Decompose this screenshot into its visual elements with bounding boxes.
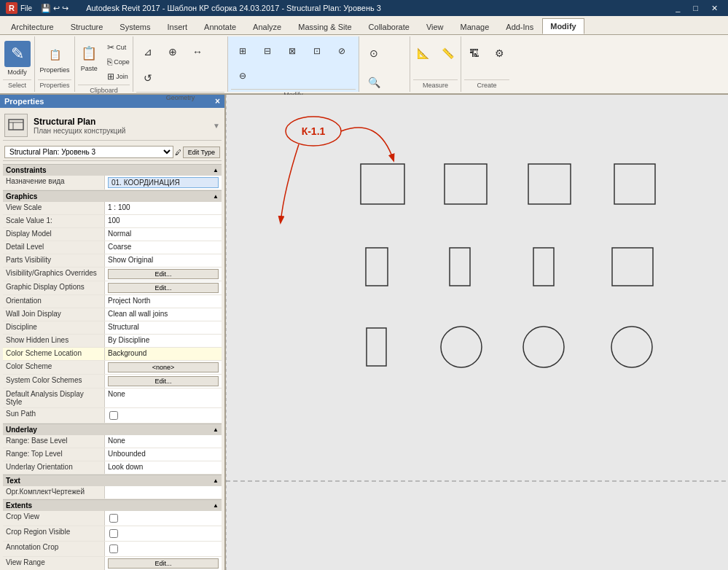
sun-path-checkbox[interactable] — [109, 411, 118, 420]
redo-icon[interactable]: ↪ — [62, 4, 69, 13]
annotation-crop-checkbox[interactable] — [109, 544, 118, 553]
geom-btn-1[interactable]: ⊿ — [136, 39, 160, 64]
section-text[interactable]: Text ▲ — [3, 475, 222, 486]
measure-btn-2[interactable]: 📏 — [437, 39, 460, 67]
cut-button[interactable]: ✂ Cut — [104, 41, 133, 54]
prop-value-1-6: Edit... — [105, 281, 222, 294]
graphic-display-edit-btn[interactable]: Edit... — [108, 283, 219, 293]
mod-btn-6[interactable]: ⊖ — [231, 64, 254, 87]
properties-button[interactable]: 📋 Properties — [36, 41, 73, 76]
tab-systems[interactable]: Systems — [111, 18, 158, 34]
group-select-label: Select — [3, 79, 31, 90]
view-selector[interactable]: Structural Plan: Уровень 3 — [4, 146, 173, 158]
element-type-subtitle: План несущих конструкций — [34, 127, 125, 135]
measure-icon-1: 📐 — [412, 42, 435, 65]
tab-architecture[interactable]: Architecture — [3, 18, 62, 34]
prop-label-1-3: Detail Level — [3, 241, 105, 254]
tab-annotate[interactable]: Annotate — [196, 18, 244, 34]
prop-row-1-4: Parts Visibility Show Original — [3, 254, 222, 268]
view-btn-1[interactable]: ⊙ — [362, 39, 385, 67]
tab-structure[interactable]: Structure — [63, 18, 111, 34]
tab-addins[interactable]: Add-Ins — [498, 18, 541, 34]
tab-insert[interactable]: Insert — [160, 18, 196, 34]
group-measure: 📐 📏 Measure — [410, 36, 461, 92]
tab-collaborate[interactable]: Collaborate — [361, 18, 418, 34]
paste-button[interactable]: 📋 Paste — [75, 39, 103, 74]
quick-access-icon[interactable]: 💾 — [41, 4, 51, 13]
sys-color-schemes-btn[interactable]: Edit... — [108, 376, 219, 386]
geom-btn-4[interactable]: ↺ — [136, 66, 160, 90]
prop-row-4-2: Annotation Crop — [3, 542, 222, 557]
mod-icon-4: ⊡ — [308, 42, 326, 60]
color-scheme-btn[interactable]: <none> — [108, 362, 219, 372]
prop-row-1-13: System Color Schemes Edit... — [3, 375, 222, 389]
mod-btn-1[interactable]: ⊞ — [231, 39, 254, 63]
tab-manage[interactable]: Manage — [453, 18, 498, 34]
tab-massing-site[interactable]: Massing & Site — [290, 18, 359, 34]
prop-value-1-9: Structural — [105, 321, 222, 334]
view-btn-2[interactable]: 🔍 — [362, 69, 385, 96]
section-text-label: Text — [6, 477, 20, 485]
panel-title: Properties — [4, 97, 44, 106]
copy-button[interactable]: ⎘ Cope — [104, 55, 133, 69]
section-graphics[interactable]: Graphics ▲ — [3, 190, 222, 202]
minimize-btn[interactable]: _ — [671, 4, 684, 13]
prop-label-1-5: Visibility/Graphics Overrides — [3, 268, 105, 281]
prop-value-1-8: Clean all wall joins — [105, 308, 222, 321]
view-range-btn[interactable]: Edit... — [108, 558, 219, 569]
maximize-btn[interactable]: □ — [689, 4, 702, 13]
edit-type-button[interactable]: Edit Type — [183, 147, 220, 158]
crop-view-checkbox[interactable] — [109, 514, 118, 523]
join-icon: ⊞ — [107, 71, 114, 82]
tab-modify[interactable]: Modify — [542, 18, 584, 34]
geom-btn-2[interactable]: ⊕ — [161, 39, 184, 64]
mod-btn-3[interactable]: ⊠ — [281, 39, 304, 63]
undo-icon[interactable]: ↩ — [53, 4, 60, 13]
vis-graphics-edit-btn[interactable]: Edit... — [108, 269, 219, 279]
group-view: ⊙ 🔍 View — [359, 36, 410, 92]
prop-value-1-10: By Discipline — [105, 335, 222, 347]
section-extents[interactable]: Extents ▲ — [3, 499, 222, 511]
drawing-canvas: К-1.1 — [226, 95, 728, 570]
prop-row-1-14: Default Analysis Display Style None — [3, 389, 222, 408]
group-create: 🏗 ⚙ Create — [461, 36, 512, 92]
create-btn-2[interactable]: ⚙ — [488, 39, 511, 67]
measure-btn-1[interactable]: 📐 — [412, 39, 435, 67]
tab-view[interactable]: View — [418, 18, 452, 34]
prop-row-2-2: Underlay Orientation Look down — [3, 461, 222, 475]
mod-btn-2[interactable]: ⊟ — [256, 39, 279, 63]
close-btn[interactable]: ✕ — [707, 4, 722, 13]
join-button[interactable]: ⊞ Join — [104, 70, 133, 83]
title-bar-menu-file[interactable]: File — [20, 4, 32, 12]
prop-value-0-0[interactable]: 01. КООРДИНАЦИЯ — [105, 176, 222, 190]
prop-value-3-0[interactable] — [105, 486, 222, 499]
prop-label-1-12: Color Scheme — [3, 361, 105, 374]
prop-value-1-15 — [105, 408, 222, 423]
section-underlay[interactable]: Underlay ▲ — [3, 423, 222, 435]
prop-value-1-3: Coarse — [105, 241, 222, 254]
geom-btn-3[interactable]: ↔ — [186, 39, 209, 64]
element-type-scroll: ▼ — [213, 121, 220, 130]
mod-btn-5[interactable]: ⊘ — [330, 39, 353, 63]
create-btn-1[interactable]: 🏗 — [463, 39, 486, 67]
prop-label-1-4: Parts Visibility — [3, 254, 105, 267]
prop-label-1-7: Orientation — [3, 295, 105, 308]
section-constraints[interactable]: Constraints ▲ — [3, 164, 222, 176]
prop-label-1-10: Show Hidden Lines — [3, 335, 105, 347]
prop-value-1-14: None — [105, 389, 222, 407]
section-constraints-arrow: ▲ — [213, 167, 219, 173]
section-text-arrow: ▲ — [213, 477, 219, 484]
canvas-area[interactable]: К-1.1 — [226, 95, 728, 570]
group-clipboard: 📋 Paste ✂ Cut ⎘ Cope ⊞ Join Clipboard — [75, 36, 133, 92]
section-extents-label: Extents — [6, 501, 32, 510]
prop-row-1-3: Detail Level Coarse — [3, 241, 222, 254]
properties-icon: 📋 — [43, 43, 66, 66]
prop-value-blue-0-0[interactable]: 01. КООРДИНАЦИЯ — [108, 177, 219, 188]
geom-icon-3: ↔ — [187, 42, 208, 62]
prop-label-4-3: View Range — [3, 557, 105, 570]
geom-icon-4: ↺ — [138, 68, 158, 88]
crop-region-checkbox[interactable] — [109, 529, 118, 538]
modify-button[interactable]: ✎ Modify — [1, 39, 34, 78]
mod-btn-4[interactable]: ⊡ — [305, 39, 329, 63]
tab-analyze[interactable]: Analyze — [245, 18, 289, 34]
